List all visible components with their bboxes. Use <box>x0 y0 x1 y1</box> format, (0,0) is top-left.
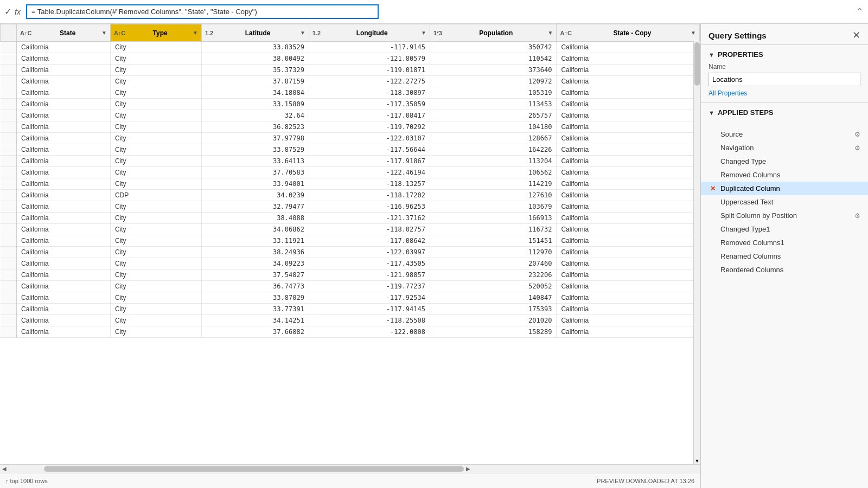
scroll-thumb[interactable] <box>694 42 700 86</box>
scroll-right-arrow[interactable]: ▶ <box>464 466 473 472</box>
step-label-renamed-columns: Renamed Columns <box>720 252 860 260</box>
col-filter-longitude[interactable]: ▼ <box>421 30 426 36</box>
table-cell: California <box>17 292 111 304</box>
column-header-state[interactable]: A↑C State ▼ <box>17 24 111 42</box>
step-item-changed-type1[interactable]: Changed Type1 <box>701 222 868 236</box>
step-item-split-column-by-position[interactable]: Split Column by Position⚙ <box>701 209 868 222</box>
scroll-bar-thumb[interactable] <box>44 466 464 472</box>
table-cell: California <box>17 224 111 235</box>
table-cell: City <box>110 269 201 281</box>
table-cell: California <box>557 156 700 167</box>
applied-steps-label: APPLIED STEPS <box>718 108 774 117</box>
col-filter-state-copy[interactable]: ▼ <box>691 30 696 36</box>
table-row: CaliforniaCity33.64113-117.91867113204Ca… <box>1 156 700 167</box>
table-row: CaliforniaCity32.79477-116.96253103679Ca… <box>1 201 700 213</box>
panel-header: Query Settings ✕ <box>701 24 868 45</box>
step-settings-icon-split-column-by-position[interactable]: ⚙ <box>854 212 860 220</box>
step-item-uppercased-text[interactable]: Uppercased Text <box>701 195 868 209</box>
table-cell <box>1 53 17 65</box>
col-filter-population[interactable]: ▼ <box>548 30 553 36</box>
step-settings-icon-navigation[interactable]: ⚙ <box>854 144 860 152</box>
column-header-type[interactable]: A↑C Type ▼ <box>110 24 201 42</box>
table-cell: 175393 <box>430 304 557 315</box>
step-label-navigation: Navigation <box>720 144 851 152</box>
table-cell: 232206 <box>430 269 557 281</box>
table-row: CaliforniaCity32.64-117.08417265757Calif… <box>1 110 700 121</box>
scroll-down-arrow[interactable]: ▼ <box>694 458 700 464</box>
table-cell: California <box>557 201 700 213</box>
col-label-longitude: Longitude <box>323 29 421 37</box>
step-item-removed-columns[interactable]: Removed Columns <box>701 168 868 182</box>
step-label-split-column-by-position: Split Column by Position <box>720 211 851 220</box>
column-header-latitude[interactable]: 1.2 Latitude ▼ <box>201 24 309 42</box>
step-item-changed-type[interactable]: Changed Type <box>701 155 868 168</box>
table-cell <box>1 326 17 338</box>
col-filter-latitude[interactable]: ▼ <box>300 30 305 36</box>
table-cell: California <box>557 178 700 190</box>
column-header-state-copy[interactable]: A↑C State - Copy ▼ <box>557 24 700 42</box>
table-row: CaliforniaCity36.74773-119.77237520052Ca… <box>1 281 700 292</box>
table-cell: 38.00492 <box>201 53 309 65</box>
horizontal-scrollbar[interactable]: ◀ ▶ <box>0 464 700 473</box>
steps-list: Source⚙Navigation⚙Changed TypeRemoved Co… <box>701 123 868 488</box>
step-label-changed-type: Changed Type <box>720 157 860 165</box>
table-cell: 37.70583 <box>201 167 309 178</box>
table-cell: California <box>557 87 700 99</box>
table-cell: 113453 <box>430 99 557 110</box>
column-header-population[interactable]: 1²3 Population ▼ <box>430 24 557 42</box>
formula-input[interactable] <box>26 4 379 19</box>
step-item-reordered-columns[interactable]: Reordered Columns <box>701 263 868 277</box>
column-header-rownum[interactable] <box>1 24 17 42</box>
applied-steps-header: ▼ APPLIED STEPS <box>709 108 860 117</box>
table-cell: City <box>110 326 201 338</box>
step-settings-icon-source[interactable]: ⚙ <box>854 131 860 138</box>
table-cell: City <box>110 167 201 178</box>
step-item-renamed-columns[interactable]: Renamed Columns <box>701 249 868 263</box>
expand-icon[interactable]: ⌃ <box>856 6 864 18</box>
table-cell: City <box>110 224 201 235</box>
panel-title: Query Settings <box>709 31 767 40</box>
table-cell: -117.56644 <box>309 144 430 156</box>
table-cell <box>1 292 17 304</box>
collapse-properties-icon[interactable]: ▼ <box>709 52 714 58</box>
step-item-removed-columns1[interactable]: Removed Columns1 <box>701 236 868 249</box>
table-cell <box>1 167 17 178</box>
table-cell: California <box>557 235 700 247</box>
scroll-left-arrow[interactable]: ◀ <box>0 466 9 472</box>
step-item-duplicated-column[interactable]: ✕Duplicated Column <box>701 182 868 195</box>
table-cell: City <box>110 235 201 247</box>
table-cell <box>1 190 17 201</box>
fx-label: fx <box>15 8 21 16</box>
table-cell: -117.43505 <box>309 258 430 269</box>
col-filter-state[interactable]: ▼ <box>101 30 107 36</box>
table-cell: 34.0239 <box>201 190 309 201</box>
step-label-duplicated-column: Duplicated Column <box>720 184 860 192</box>
confirm-icon[interactable]: ✓ <box>4 7 11 17</box>
col-type-state-copy: A↑C <box>560 30 571 36</box>
table-cell: 33.77391 <box>201 304 309 315</box>
table-cell: City <box>110 65 201 76</box>
table-cell: 38.24936 <box>201 247 309 258</box>
all-properties-link[interactable]: All Properties <box>709 89 860 97</box>
table-cell: 34.18084 <box>201 87 309 99</box>
table-cell: -119.70292 <box>309 121 430 133</box>
column-header-longitude[interactable]: 1.2 Longitude ▼ <box>309 24 430 42</box>
collapse-steps-icon[interactable]: ▼ <box>709 110 714 116</box>
table-cell: 105319 <box>430 87 557 99</box>
table-cell: California <box>557 247 700 258</box>
table-cell: California <box>557 304 700 315</box>
table-row: CaliforniaCity37.70583-122.46194106562Ca… <box>1 167 700 178</box>
col-filter-type[interactable]: ▼ <box>193 30 198 36</box>
col-label-state: State <box>34 29 101 37</box>
table-cell: 106562 <box>430 167 557 178</box>
table-wrapper[interactable]: A↑C State ▼ A↑C Type ▼ 1.2 Latitude ▼ 1.… <box>0 24 700 464</box>
close-button[interactable]: ✕ <box>852 29 860 41</box>
step-item-navigation[interactable]: Navigation⚙ <box>701 141 868 155</box>
vertical-scrollbar[interactable]: ▲ ▼ <box>693 41 700 464</box>
table-cell: -121.98857 <box>309 269 430 281</box>
table-cell: 110542 <box>430 53 557 65</box>
step-item-source[interactable]: Source⚙ <box>701 127 868 141</box>
table-cell: California <box>557 76 700 87</box>
query-name-input[interactable] <box>709 73 860 86</box>
error-icon: ✕ <box>709 185 717 192</box>
